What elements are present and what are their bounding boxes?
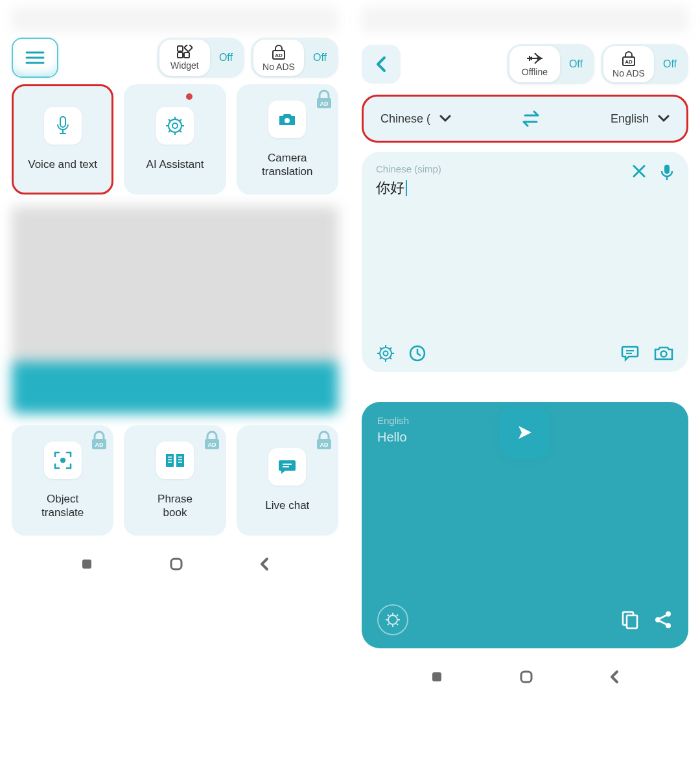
swap-languages-button[interactable] [520,110,542,127]
chat-icon [277,458,297,475]
tile-ai-label: AI Assistant [146,158,204,171]
tile-voice-text-label: Voice and text [28,158,97,171]
back-button[interactable] [362,45,401,84]
nav-back-icon[interactable] [608,669,621,685]
screen-home: Widget Off AD No ADS Off [0,0,350,695]
voice-input-button[interactable] [660,163,674,182]
tile-camera-label: Camera translation [262,151,312,179]
close-icon [631,163,647,179]
target-language-select[interactable]: English [611,112,670,126]
screen-translate: Offline Off AD No ADS Off Chinese ( [350,0,700,695]
tile-phrase-label: Phrase book [158,492,192,520]
microphone-icon [660,163,674,182]
scan-icon [53,451,73,470]
camera-icon [653,345,674,362]
ai-out-button[interactable] [377,604,408,635]
lock-ad-badge-icon: AD [315,89,333,110]
toggle-offline-state: Off [569,58,583,70]
tile-object-label: Object translate [41,492,84,520]
camera-button[interactable] [653,345,674,362]
nav-home-icon[interactable] [519,669,534,685]
language-selector-bar: Chinese ( English [362,95,688,143]
tile-object-translate[interactable]: AD Object translate [12,425,113,536]
conversation-button[interactable] [621,345,640,362]
promo-banner[interactable] [12,206,338,414]
svg-line-65 [388,615,389,616]
microphone-icon [54,115,71,136]
svg-point-13 [172,123,178,128]
svg-point-27 [60,458,65,463]
toggle-widget-state: Off [219,52,233,64]
toggle-widget[interactable]: Widget Off [157,38,244,78]
toggle-offline-label: Offline [522,67,548,77]
menu-button[interactable] [12,38,58,78]
svg-text:AD: AD [275,53,283,58]
status-bar [12,6,338,32]
notification-dot-icon [186,93,192,100]
toggle-noads[interactable]: AD No ADS Off [251,38,338,78]
clear-input-button[interactable] [631,163,647,182]
input-text-area[interactable]: 你好 [376,178,674,198]
svg-line-55 [380,358,382,360]
swap-icon [520,110,542,127]
tile-phrase-book[interactable]: AD Phrase book [124,425,226,536]
toggle-widget-label: Widget [170,60,199,71]
svg-rect-3 [178,46,183,51]
svg-line-68 [388,624,389,625]
hamburger-icon [25,51,45,65]
svg-line-19 [180,130,181,132]
svg-line-21 [169,130,170,132]
svg-text:AD: AD [95,442,104,448]
svg-text:AD: AD [625,59,633,65]
ai-brain-icon [165,116,185,136]
svg-rect-5 [184,53,189,58]
source-language-select[interactable]: Chinese ( [380,112,451,126]
input-text-value: 你好 [376,178,404,198]
toggle-noads-2[interactable]: AD No ADS Off [601,44,688,84]
lock-ad-badge-icon: AD [315,430,333,451]
history-button[interactable] [408,344,426,362]
lock-ad-icon: AD [270,43,287,60]
tile-livechat-label: Live chat [265,499,309,512]
svg-line-52 [380,348,382,349]
svg-rect-77 [521,672,531,682]
status-bar [362,6,688,32]
svg-text:AD: AD [320,442,328,448]
nav-recent-icon[interactable] [79,556,95,572]
tile-camera-translation[interactable]: AD Camera translation [237,84,338,194]
svg-line-67 [397,615,398,616]
widget-icon [176,45,193,59]
airplane-icon [526,51,544,65]
svg-line-74 [660,615,666,619]
svg-rect-6 [184,45,192,52]
tile-ai-assistant[interactable]: AI Assistant [124,84,226,194]
nav-home-icon[interactable] [169,556,184,572]
nav-recent-icon[interactable] [429,669,445,685]
svg-rect-70 [627,615,637,628]
toggle-offline[interactable]: Offline Off [507,44,594,84]
chat-icon [621,345,640,362]
chevron-down-icon [439,115,451,123]
text-cursor-icon [406,180,407,196]
translate-button[interactable] [500,407,550,458]
ai-assist-button[interactable] [376,344,395,363]
home-header: Widget Off AD No ADS Off [5,38,345,84]
lock-ad-icon: AD [620,50,637,67]
svg-line-20 [180,119,181,121]
share-button[interactable] [653,610,673,630]
svg-rect-4 [178,53,183,58]
nav-back-icon[interactable] [258,556,271,572]
tile-live-chat[interactable]: AD Live chat [237,425,338,536]
svg-text:AD: AD [320,100,328,107]
input-language-label: Chinese (simp) [376,163,674,174]
svg-point-59 [661,351,667,357]
toggle-noads-state: Off [313,52,327,64]
copy-button[interactable] [621,610,639,630]
source-language-label: Chinese ( [380,112,430,126]
lock-ad-badge-icon: AD [203,430,221,451]
svg-line-66 [397,624,398,625]
feature-grid-top: Voice and text AI [5,84,345,194]
send-icon [515,423,535,442]
chevron-down-icon [658,115,670,123]
tile-voice-text[interactable]: Voice and text [12,84,113,194]
